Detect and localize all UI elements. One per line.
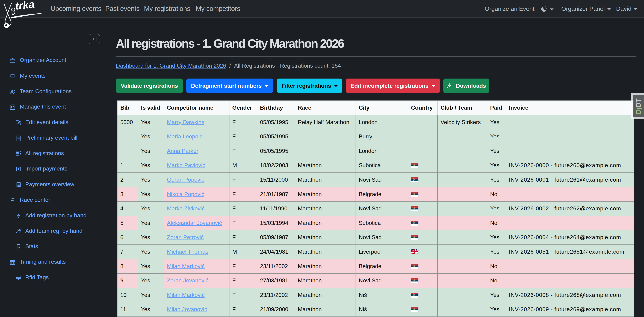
svg-text:trka: trka	[14, 1, 35, 12]
